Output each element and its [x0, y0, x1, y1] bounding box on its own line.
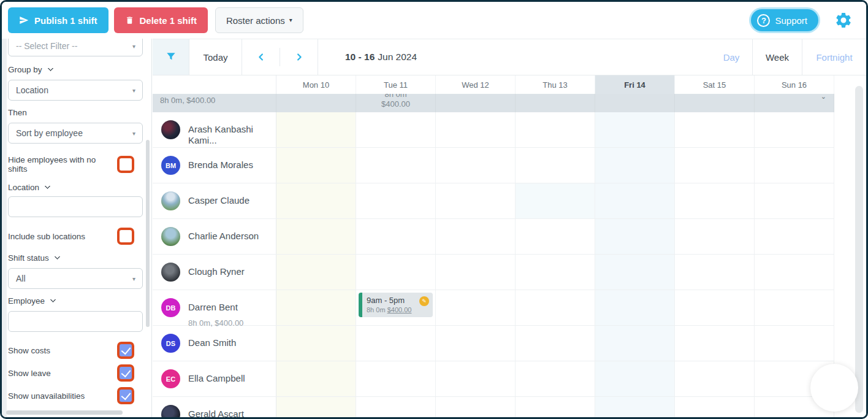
shift-cell[interactable]	[516, 112, 595, 147]
filter-funnel-button[interactable]	[153, 39, 189, 75]
day-header-mon[interactable]: Mon 10	[276, 75, 356, 94]
shift-cell[interactable]	[356, 112, 436, 147]
shift-cell[interactable]	[436, 397, 516, 417]
shift-cell[interactable]	[595, 255, 675, 290]
shift-cell[interactable]	[675, 326, 755, 361]
shift-cell[interactable]	[675, 112, 755, 147]
shift-cell[interactable]	[356, 148, 436, 183]
shift-cell[interactable]	[276, 148, 356, 183]
shift-cell[interactable]: 9am - 5pm 8h 0m $400.00 ✎	[356, 290, 436, 325]
day-header-sat[interactable]: Sat 15	[675, 75, 755, 94]
shift-cell[interactable]	[675, 361, 755, 396]
delete-shift-button[interactable]: Delete 1 shift	[114, 7, 208, 33]
publish-shift-button[interactable]: Publish 1 shift	[8, 7, 108, 33]
shift-cell[interactable]	[755, 183, 834, 218]
shift-cell[interactable]	[675, 290, 755, 325]
shift-cell[interactable]	[516, 255, 595, 290]
shift-cell[interactable]	[276, 326, 356, 361]
shift-cell[interactable]	[276, 219, 356, 254]
settings-gear-icon[interactable]	[834, 11, 853, 29]
shift-cell[interactable]	[436, 112, 516, 147]
shift-cell[interactable]	[276, 361, 356, 396]
shift-cell[interactable]	[516, 290, 595, 325]
shift-cell[interactable]	[675, 183, 755, 218]
edit-icon[interactable]: ✎	[419, 296, 429, 306]
shift-cell[interactable]	[595, 219, 675, 254]
tab-week-view[interactable]: Week	[752, 39, 802, 75]
today-button[interactable]: Today	[189, 39, 242, 75]
shift-cell[interactable]	[436, 326, 516, 361]
group-by-dropdown[interactable]: Location ▾	[8, 80, 143, 101]
shift-status-section-label[interactable]: Shift status	[8, 253, 143, 263]
shift-cell[interactable]	[675, 255, 755, 290]
shift-cell[interactable]	[516, 361, 595, 396]
chevron-right-icon[interactable]	[280, 39, 318, 75]
shift-cell[interactable]	[595, 183, 675, 218]
support-button[interactable]: ? Support	[751, 9, 818, 31]
summary-collapse-icon[interactable]: ⌄	[821, 94, 826, 101]
shift-cell[interactable]	[755, 290, 834, 325]
shift-cell[interactable]	[516, 397, 595, 417]
shift-cell[interactable]	[595, 397, 675, 417]
shift-cell[interactable]	[276, 112, 356, 147]
sort-by-dropdown[interactable]: Sort by employee ▾	[8, 123, 143, 144]
shift-cell[interactable]	[356, 397, 436, 417]
shift-cell[interactable]	[595, 361, 675, 396]
employee-section-label[interactable]: Employee	[8, 296, 143, 306]
shift-cell[interactable]	[356, 326, 436, 361]
shift-cell[interactable]	[516, 148, 595, 183]
shift-cell[interactable]	[436, 255, 516, 290]
shift-cell[interactable]	[276, 183, 356, 218]
day-header-wed[interactable]: Wed 12	[436, 75, 516, 94]
shift-cell[interactable]	[595, 326, 675, 361]
chat-widget-button[interactable]	[810, 364, 858, 412]
shift-cell[interactable]	[755, 148, 834, 183]
location-section-label[interactable]: Location	[8, 183, 143, 192]
shift-cell[interactable]	[595, 148, 675, 183]
sidebar-vertical-scrollbar[interactable]	[146, 140, 150, 327]
shift-cell[interactable]	[516, 219, 595, 254]
shift-cell[interactable]	[276, 290, 356, 325]
hide-no-shifts-checkbox[interactable]	[117, 156, 134, 173]
sidebar-horizontal-scrollbar[interactable]	[6, 410, 123, 415]
shift-cell[interactable]	[436, 290, 516, 325]
shift-cell-unavailable[interactable]	[516, 183, 595, 218]
show-costs-checkbox[interactable]	[117, 342, 134, 359]
shift-cell[interactable]	[755, 255, 834, 290]
shift-cell[interactable]	[356, 361, 436, 396]
shift-status-dropdown[interactable]: All ▾	[8, 268, 143, 289]
shift-cell[interactable]	[675, 219, 755, 254]
shift-cell[interactable]	[595, 112, 675, 147]
shift-cell[interactable]	[436, 183, 516, 218]
day-header-tue[interactable]: Tue 11	[356, 75, 436, 94]
shift-cell[interactable]	[436, 361, 516, 396]
shift-cell[interactable]	[755, 112, 834, 147]
shift-cell[interactable]	[356, 255, 436, 290]
shift-cell[interactable]	[356, 183, 436, 218]
shift-cell[interactable]	[595, 290, 675, 325]
tab-fortnight-view[interactable]: Fortnight	[802, 39, 866, 75]
shift-cell[interactable]	[436, 148, 516, 183]
include-sub-locations-checkbox[interactable]	[117, 228, 134, 245]
calendar-vertical-scrollbar[interactable]	[855, 86, 863, 413]
employee-input[interactable]	[8, 311, 143, 332]
show-leave-checkbox[interactable]	[117, 364, 134, 382]
shift-cell[interactable]	[675, 397, 755, 417]
shift-cell[interactable]	[356, 219, 436, 254]
shift-cell[interactable]	[516, 326, 595, 361]
shift-cell[interactable]	[755, 219, 834, 254]
chevron-left-icon[interactable]	[242, 39, 280, 75]
day-header-fri-today[interactable]: Fri 14	[595, 75, 675, 94]
day-header-sun[interactable]: Sun 16	[755, 75, 834, 94]
roster-actions-button[interactable]: Roster actions ▾	[215, 7, 303, 33]
show-unavailabilities-checkbox[interactable]	[117, 387, 134, 404]
shift-cell[interactable]	[755, 326, 834, 361]
group-by-section-label[interactable]: Group by	[8, 65, 143, 74]
shift-card[interactable]: 9am - 5pm 8h 0m $400.00 ✎	[359, 293, 433, 317]
shift-cell[interactable]	[436, 219, 516, 254]
shift-cell[interactable]	[276, 255, 356, 290]
shift-cell[interactable]	[276, 397, 356, 417]
shift-cell[interactable]	[675, 148, 755, 183]
shift-cost[interactable]: $400.00	[387, 306, 412, 313]
tab-day-view[interactable]: Day	[710, 39, 752, 75]
